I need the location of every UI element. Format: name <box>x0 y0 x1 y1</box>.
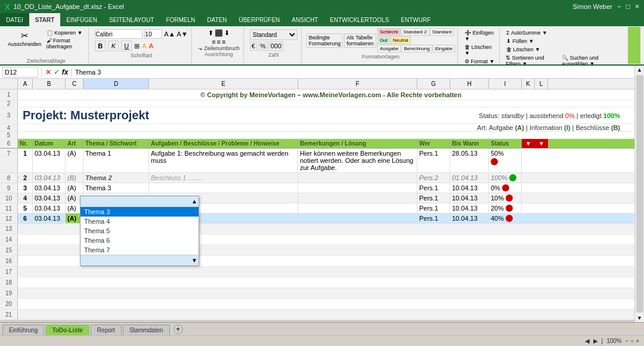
tab-entwicklertools[interactable]: ENTWICKLERTOOLS <box>324 13 395 26</box>
dropdown-item-1[interactable]: Thema 3 <box>80 207 199 217</box>
tab-seitenlayout[interactable]: SEITENLAYOUT <box>103 13 160 26</box>
number-format-select[interactable]: Standard <box>250 29 298 40</box>
col-header-k[interactable]: K <box>522 79 535 89</box>
btn-align-top[interactable]: ⬆ <box>208 29 213 37</box>
cell-style-standard[interactable]: Standard <box>430 28 454 36</box>
dropdown-item-5[interactable]: Thema 7 <box>80 245 199 255</box>
cell-style-neutral[interactable]: Neutral <box>391 36 411 44</box>
cell-8-thema: Thema 2 <box>83 173 149 183</box>
btn-comma[interactable]: 000 <box>269 41 283 51</box>
btn-align-right[interactable]: ≡ <box>222 38 225 45</box>
header-datum: Datum <box>33 139 66 148</box>
btn-fill-color[interactable]: A <box>142 42 146 50</box>
cell-style-ausgabe[interactable]: Ausgabe <box>377 45 401 52</box>
name-box[interactable] <box>2 67 38 78</box>
cell-11-status: 20% <box>489 203 522 213</box>
sheet-tab-todolist[interactable]: ToDo-Liste <box>45 325 89 335</box>
sheet-nav-left[interactable]: ◀ <box>585 338 590 344</box>
cell-9-thema: Thema 3 <box>83 183 149 193</box>
btn-suchen[interactable]: 🔍 Suchen und Auswählen ▼ <box>561 54 623 66</box>
col-header-b[interactable]: B <box>33 79 66 89</box>
cell-style-gut[interactable]: Gut <box>377 36 390 44</box>
row-2: 2 <box>0 100 644 107</box>
col-header-a[interactable]: A <box>18 79 33 89</box>
cell-style-berechnung[interactable]: Berechnung <box>401 45 432 52</box>
zoom-bar[interactable]: − ○ + <box>626 338 639 344</box>
tab-datei[interactable]: DATEI <box>0 13 29 26</box>
dropdown-list[interactable]: ▲ Thema 3 Thema 4 Thema 5 Thema 6 Thema … <box>80 196 199 266</box>
cell-style-standard2[interactable]: Standard 2 <box>401 28 429 36</box>
formula-cancel[interactable]: ✕ <box>45 68 51 76</box>
scroll-up[interactable]: ▲ <box>636 66 643 74</box>
dropdown-item-4[interactable]: Thema 6 <box>80 236 199 245</box>
col-header-l[interactable]: L <box>535 79 548 89</box>
col-header-g[interactable]: G <box>417 79 450 89</box>
tab-daten[interactable]: DATEN <box>201 13 233 26</box>
col-header-h[interactable]: H <box>450 79 489 89</box>
btn-border[interactable]: ⊞ <box>134 42 140 50</box>
ribbon-content: ✂Ausschneiden 📋 Kopieren ▼ 🖌 Format über… <box>0 26 644 66</box>
btn-einfuegen[interactable]: ➕ Einfügen ▼ <box>463 29 497 42</box>
scroll-thumb[interactable] <box>636 75 643 313</box>
btn-autosum[interactable]: Σ AutoSumme ▼ <box>504 29 623 36</box>
tab-ansicht[interactable]: ANSICHT <box>286 13 324 26</box>
window-maximize[interactable]: □ <box>626 2 630 11</box>
btn-percent[interactable]: % <box>258 41 268 51</box>
sheet-tab-report[interactable]: Report <box>91 325 122 335</box>
tab-entwurf[interactable]: ENTWURF <box>395 13 436 26</box>
btn-align-bottom[interactable]: ⬇ <box>224 29 230 37</box>
cell-style-eingabe[interactable]: Eingabe <box>433 45 455 52</box>
window-close[interactable]: × <box>635 2 639 11</box>
title-filename: 10_OD_Liste_Aufgabe_dt.xlsz - Excel <box>14 3 124 10</box>
tab-start[interactable]: START <box>29 13 61 26</box>
btn-kopieren[interactable]: 📋 Kopieren ▼ <box>45 29 86 36</box>
btn-fuellen[interactable]: ⬇ Füllen ▼ <box>504 38 623 45</box>
formula-bar-sep2: | <box>70 67 73 77</box>
btn-loeschen[interactable]: 🗑 Löschen ▼ <box>463 44 497 57</box>
right-scrollbar[interactable]: ▲ ▼ <box>634 66 644 322</box>
header-bemerkungen: Bemerkungen / Lösung <box>298 139 417 148</box>
col-header-c[interactable]: C <box>66 79 83 89</box>
btn-ausschneiden[interactable]: ✂Ausschneiden <box>6 29 44 48</box>
btn-currency[interactable]: € <box>250 41 257 51</box>
header-filter2[interactable]: ▼ <box>535 139 548 148</box>
btn-bedingte-formatierung[interactable]: BedingteFormatierung <box>306 33 343 48</box>
btn-align-middle[interactable]: ⬛ <box>215 29 223 37</box>
btn-als-tabelle[interactable]: Als Tabelleformatieren <box>344 33 376 48</box>
sheet-tab-stammdaten[interactable]: Stammdaten <box>123 325 170 335</box>
col-header-e[interactable]: E <box>149 79 298 89</box>
tab-einfuegen[interactable]: EINFÜGEN <box>60 13 103 26</box>
dropdown-item-3[interactable]: Thema 5 <box>80 226 199 236</box>
formula-confirm[interactable]: ✓ <box>54 68 60 76</box>
btn-italic[interactable]: K <box>108 41 119 51</box>
tab-formeln[interactable]: FORMELN <box>160 13 201 26</box>
formula-fx[interactable]: fx <box>62 68 69 76</box>
btn-align-left[interactable]: ≡ <box>212 38 215 45</box>
window-minimize[interactable]: − <box>617 2 621 11</box>
btn-loeschen2[interactable]: 🗑 Löschen ▼ <box>504 46 623 53</box>
col-header-d[interactable]: D <box>83 79 149 89</box>
col-header-i[interactable]: I <box>489 79 522 89</box>
sheet-tab-einfuehrung[interactable]: Einführung <box>2 325 44 335</box>
cell-style-schlecht[interactable]: Schlecht <box>377 28 401 36</box>
btn-bold[interactable]: B <box>95 41 106 51</box>
sheet-tab-add[interactable]: + <box>174 325 183 334</box>
btn-font-color[interactable]: A <box>149 42 153 50</box>
grid: 1 © Copyright by MeineVorlagen – www.Mei… <box>0 89 644 320</box>
header-filter1[interactable]: ▼ <box>522 139 535 148</box>
font-size-input[interactable] <box>144 29 162 39</box>
btn-format[interactable]: ⚙ Format ▼ <box>463 58 497 65</box>
dropdown-item-2[interactable]: Thema 4 <box>80 217 199 226</box>
col-header-f[interactable]: F <box>298 79 417 89</box>
sheet-nav-right[interactable]: ▶ <box>593 338 598 344</box>
header-art: Art <box>66 139 83 148</box>
formula-input[interactable] <box>75 69 642 76</box>
font-family-input[interactable] <box>95 29 143 39</box>
scroll-down[interactable]: ▼ <box>636 314 643 322</box>
btn-format-uebertragen[interactable]: 🖌 Format übertragen <box>45 37 86 50</box>
row-num-10: 10 <box>0 193 18 203</box>
btn-align-center[interactable]: ≡ <box>217 38 221 45</box>
btn-sortieren[interactable]: ⇅ Sortieren und Filtern ▼ <box>504 54 559 66</box>
btn-underline[interactable]: U <box>121 41 132 51</box>
tab-uberpruefen[interactable]: ÜBERPRÜFEN <box>233 13 286 26</box>
